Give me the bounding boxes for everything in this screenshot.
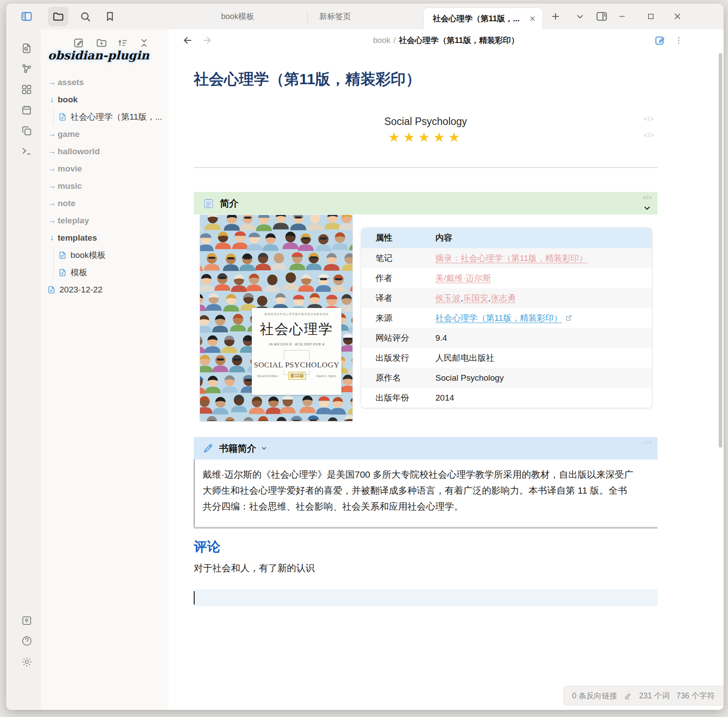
note-subtitle: Social Psychology bbox=[194, 116, 658, 128]
quick-switcher-button[interactable] bbox=[20, 42, 33, 55]
table-row: 笔记 摘录：社会心理学（第11版，精装彩印） bbox=[361, 248, 652, 268]
tree-folder-music[interactable]: →music bbox=[41, 177, 168, 195]
tree-file-template[interactable]: 模板 bbox=[41, 264, 168, 281]
help-button[interactable] bbox=[20, 634, 33, 647]
chevron-down-icon bbox=[575, 12, 584, 21]
folder-arrow-right-icon: → bbox=[46, 129, 58, 139]
tab-list-button[interactable] bbox=[572, 10, 587, 23]
maximize-icon bbox=[647, 12, 655, 20]
new-note-button[interactable] bbox=[72, 36, 85, 50]
toggle-left-sidebar-button[interactable] bbox=[20, 10, 33, 23]
toggle-right-sidebar-button[interactable] bbox=[594, 10, 609, 23]
files-tab-button[interactable] bbox=[48, 7, 68, 26]
maximize-button[interactable] bbox=[643, 10, 658, 23]
internal-link[interactable]: 美/戴维·迈尔斯 bbox=[435, 273, 491, 283]
folder-arrow-right-icon: → bbox=[46, 78, 58, 87]
char-count[interactable]: 736 个字符 bbox=[676, 690, 715, 701]
summary-section-header[interactable]: 书籍简介 </> bbox=[194, 437, 658, 460]
tree-file-book-template[interactable]: book模板 bbox=[41, 246, 168, 264]
collapse-all-button[interactable] bbox=[137, 36, 151, 50]
internal-link[interactable]: 张志勇 bbox=[491, 293, 516, 303]
bookmark-icon bbox=[104, 11, 116, 22]
vault-title[interactable]: obsidian-plugin bbox=[48, 49, 149, 62]
internal-link[interactable]: 乐国安 bbox=[463, 293, 488, 303]
tree-folder-book[interactable]: ↓book bbox=[41, 91, 168, 108]
edit-mode-toggle-button[interactable] bbox=[653, 34, 666, 47]
panel-left-icon bbox=[20, 10, 33, 23]
collapse-all-icon bbox=[138, 37, 150, 49]
canvas-button[interactable] bbox=[20, 83, 33, 96]
breadcrumb-title[interactable]: 社会心理学（第11版，精装彩印） bbox=[399, 35, 519, 46]
breadcrumb: book / 社会心理学（第11版，精装彩印） bbox=[168, 29, 724, 51]
graph-icon bbox=[21, 63, 32, 74]
tree-folder-templates[interactable]: ↓templates bbox=[41, 229, 168, 246]
edit-icon bbox=[654, 35, 665, 46]
summary-section-label: 书籍简介 bbox=[219, 442, 256, 455]
tab-new[interactable]: 新标签页 bbox=[308, 4, 434, 29]
internal-link[interactable]: 摘录：社会心理学（第11版，精装彩印） bbox=[435, 253, 587, 263]
cover-author-en: David G. Myers bbox=[316, 374, 336, 378]
tree-folder-assets[interactable]: →assets bbox=[41, 74, 168, 91]
intro-section-label: 简介 bbox=[220, 197, 239, 210]
graph-view-button[interactable] bbox=[20, 62, 33, 75]
notepad-icon bbox=[203, 197, 215, 209]
backlinks-count[interactable]: 0 条反向链接 bbox=[572, 690, 617, 701]
tree-folder-note[interactable]: →note bbox=[41, 195, 168, 212]
tree-folder-halloworld[interactable]: →halloworld bbox=[41, 143, 168, 160]
intro-section-header[interactable]: 简介 </> bbox=[194, 192, 658, 214]
code-block-edit-icon[interactable]: </> bbox=[639, 115, 659, 122]
close-window-button[interactable] bbox=[670, 10, 685, 23]
table-row: 作者 美/戴维·迈尔斯 bbox=[361, 268, 652, 288]
tree-file-note-selected[interactable]: 社会心理学（第11版，... bbox=[41, 108, 168, 125]
code-block-edit-icon[interactable]: </> bbox=[642, 439, 652, 446]
comments-heading: 评论 bbox=[194, 538, 220, 556]
scrollbar-thumb[interactable] bbox=[719, 53, 722, 448]
bookmarks-tab-button[interactable] bbox=[103, 10, 117, 23]
tab-book-template[interactable]: book模板 bbox=[168, 4, 307, 29]
folder-arrow-right-icon: → bbox=[46, 164, 58, 173]
sort-order-button[interactable] bbox=[116, 36, 129, 50]
calendar-button[interactable] bbox=[20, 103, 33, 117]
new-folder-button[interactable] bbox=[95, 36, 108, 50]
vault-switcher-button[interactable] bbox=[20, 614, 33, 627]
breadcrumb-folder[interactable]: book bbox=[373, 36, 390, 45]
document-icon bbox=[58, 251, 67, 260]
settings-button[interactable] bbox=[20, 655, 33, 668]
tab-label: 社会心理学（第11版，... bbox=[433, 13, 528, 24]
table-row: 出版发行 人民邮电出版社 bbox=[361, 348, 652, 368]
templates-button[interactable] bbox=[20, 124, 33, 137]
search-tab-button[interactable] bbox=[78, 10, 92, 23]
close-tab-icon[interactable] bbox=[528, 15, 536, 23]
terminal-icon bbox=[21, 145, 32, 157]
file-explorer: obsidian-plugin →assets ↓book 社会心理学（第11版… bbox=[41, 29, 169, 710]
horizontal-rule bbox=[194, 527, 658, 529]
code-block-edit-icon[interactable]: </> bbox=[642, 194, 652, 201]
book-metadata-table: 属性 内容 笔记 摘录：社会心理学（第11版，精装彩印） 作者 美/戴维·迈尔斯… bbox=[361, 228, 652, 408]
minimize-button[interactable] bbox=[614, 10, 630, 23]
tree-folder-teleplay[interactable]: →teleplay bbox=[41, 212, 168, 229]
tree-folder-movie[interactable]: →movie bbox=[41, 160, 168, 177]
collapse-chevron-icon[interactable] bbox=[643, 204, 651, 212]
breadcrumb-separator: / bbox=[394, 36, 396, 45]
internal-link[interactable]: 侯玉波 bbox=[435, 293, 461, 303]
tree-folder-game[interactable]: →game bbox=[41, 125, 168, 143]
active-editor-line[interactable] bbox=[194, 589, 658, 606]
new-tab-button[interactable] bbox=[548, 10, 563, 23]
minimize-icon bbox=[618, 12, 626, 21]
external-link[interactable]: 社会心理学（第11版，精装彩印） bbox=[435, 313, 562, 323]
tree-file-daily-note[interactable]: 2023-12-22 bbox=[41, 281, 168, 298]
collapse-chevron-icon[interactable] bbox=[261, 445, 267, 452]
vertical-dots-icon bbox=[674, 36, 683, 45]
more-options-button[interactable] bbox=[672, 34, 685, 47]
tab-active-note[interactable]: 社会心理学（第11版，... bbox=[423, 8, 543, 29]
cover-title: 社会心理学 bbox=[252, 320, 341, 339]
table-row: 来源 社会心理学（第11版，精装彩印） bbox=[361, 308, 652, 328]
text-cursor bbox=[194, 591, 195, 604]
terminal-button[interactable] bbox=[20, 144, 33, 158]
edit-mode-icon[interactable] bbox=[624, 692, 632, 700]
table-row: 网站评分 9.4 bbox=[361, 328, 652, 348]
tab-label: 新标签页 bbox=[319, 11, 351, 22]
folder-arrow-right-icon: → bbox=[46, 216, 58, 225]
code-block-edit-icon[interactable]: </> bbox=[639, 132, 659, 139]
word-count[interactable]: 231 个词 bbox=[639, 690, 669, 701]
